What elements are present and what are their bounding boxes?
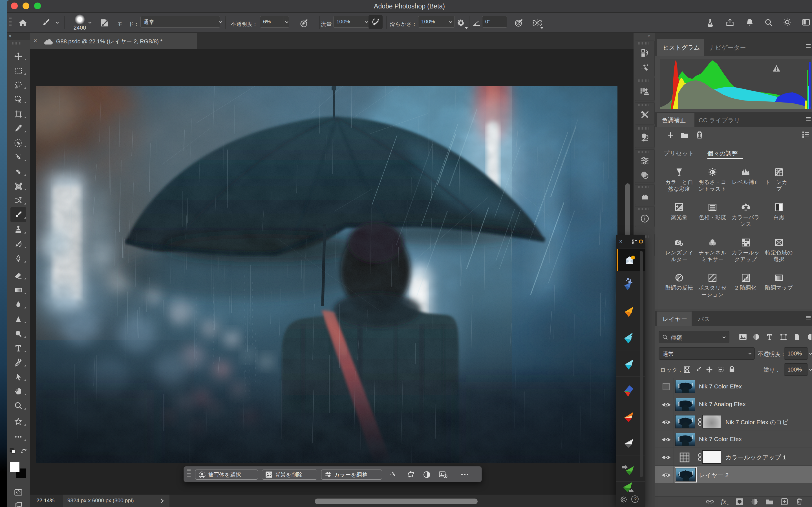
svg-text:fx: fx — [721, 497, 726, 506]
